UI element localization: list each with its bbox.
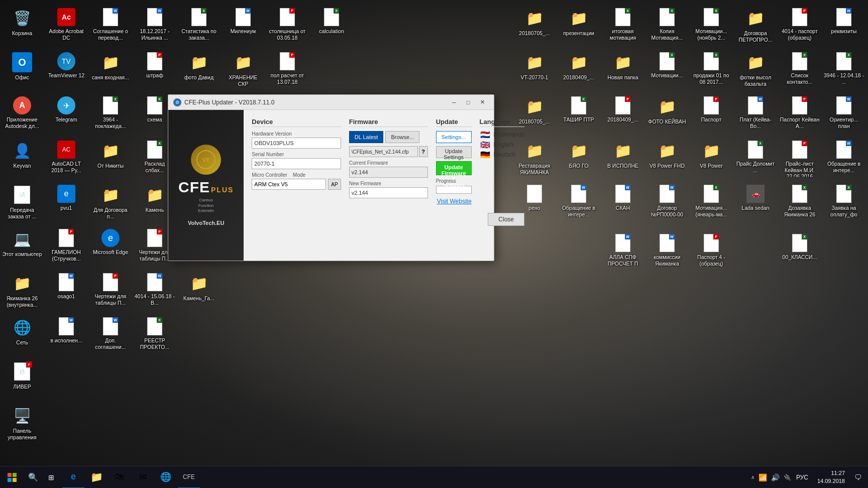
update-settings-button[interactable]: Update Settings — [436, 146, 472, 158]
icon-itogovaya[interactable]: X итоговая мотивация — [601, 5, 645, 49]
close-button[interactable]: Close — [488, 213, 524, 226]
icon-v8-power[interactable]: 📁 V8 Power — [689, 138, 733, 182]
icon-osago[interactable]: W osago1 — [44, 270, 88, 314]
icon-pvu1[interactable]: e pvu1 — [44, 182, 88, 226]
icon-calculation[interactable]: X calculation — [309, 5, 354, 49]
icon-statistika[interactable]: X Статистика по заказа... — [177, 5, 221, 49]
taskbar-language-indicator[interactable]: РУС — [794, 474, 810, 481]
icon-control-panel[interactable]: 🖥️ Панель управления — [0, 403, 44, 447]
icon-motivacii-noyabr[interactable]: X Мотивации... (ноябрь 2... — [689, 5, 733, 49]
icon-network[interactable]: 🌐 Сеть — [0, 314, 44, 358]
icon-v-ispolne[interactable]: 📁 В ИСПОЛНЕ — [601, 138, 645, 182]
icon-transfer[interactable]: 📄 Передача заказа от ... — [0, 182, 44, 226]
icon-pasport-keyvan[interactable]: P Паспорт Кейван А... — [778, 93, 822, 138]
icon-alla-spf[interactable]: W АЛЛА СПФ ПРОСЧЕТ П — [601, 231, 645, 275]
icon-chertezhi-p[interactable]: P Чертежи для таблицы П... — [88, 270, 133, 314]
taskbar-ie[interactable]: 🌐 — [155, 466, 177, 489]
browse-button[interactable]: Browse... — [385, 131, 419, 143]
start-button[interactable] — [0, 466, 24, 489]
icon-00-klassi[interactable]: X 00_КЛАССИ... — [778, 231, 822, 275]
icon-price-dolomit[interactable]: X Прайс Доломит ... — [733, 138, 778, 182]
notification-button[interactable]: 🗨 — [852, 466, 864, 489]
icon-keyvan[interactable]: 👤 Keyvan — [0, 138, 44, 182]
icon-novaya-papka[interactable]: 📁 Новая папка — [601, 49, 645, 93]
taskbar-file-explorer[interactable]: 📁 — [85, 466, 107, 489]
icon-foto-keyvan[interactable]: 📁 ФОТО КЕЙВАН — [645, 93, 689, 138]
new-firmware-input[interactable] — [349, 187, 428, 198]
task-view-button[interactable]: ⊞ — [42, 466, 60, 489]
icon-motivacii[interactable]: X Мотивации... — [645, 49, 689, 93]
icon-kamen-ga2[interactable]: 📁 Камень_Га... — [177, 270, 221, 314]
icon-lada-sedan[interactable]: 🚗 Lada sedan — [733, 182, 778, 226]
icon-shtraf[interactable]: P штраф — [133, 49, 177, 93]
icon-motivaciya-yanvar[interactable]: X Мотивация... (январь-ма... — [689, 182, 733, 226]
icon-dogovor-rp[interactable]: W Договор №РП0000-00 — [645, 182, 689, 226]
firmware-file-input[interactable] — [349, 146, 418, 157]
icon-4014[interactable]: W 4014 - 15.06.18 - В... — [133, 270, 177, 314]
icon-microsoft-edge[interactable]: e Microsoft Edge — [88, 226, 133, 270]
icon-teamviewer[interactable]: TV TeamViewer 12 — [44, 49, 88, 93]
taskbar-clock[interactable]: 11:27 14.09.2018 — [813, 469, 849, 485]
icon-rekvizity[interactable]: W реквизиты — [822, 5, 866, 49]
icon-byao-go[interactable]: 📁 БЯО ГО — [557, 138, 601, 182]
icon-my-computer[interactable]: 💻 Этот компьютер — [0, 226, 44, 270]
firmware-help-button[interactable]: ? — [419, 146, 428, 157]
icon-yakimanka[interactable]: 📁 Якиманка 26 (внутрянка... — [0, 270, 44, 314]
icon-telegram[interactable]: ✈ Telegram — [44, 93, 88, 138]
icon-kopiya-motivaciya[interactable]: X Копия Мотивация... — [645, 5, 689, 49]
tray-battery[interactable]: 🔌 — [784, 474, 791, 481]
icon-18122017[interactable]: W 18.12.2017 - Ильинка ... — [133, 5, 177, 49]
visit-website-link[interactable]: Visit Website — [436, 198, 472, 205]
update-firmware-button[interactable]: Update Firmware & Settings — [436, 161, 472, 175]
icon-tashir-ptr[interactable]: X ТАШИР ПТР — [557, 93, 601, 138]
icon-plata-keyva[interactable]: W Плат (Кейва-Во... — [733, 93, 778, 138]
maximize-button[interactable]: □ — [462, 97, 475, 107]
icon-3964[interactable]: X 3964 - поклажеда... — [88, 93, 133, 138]
tray-chevron[interactable]: ∧ — [751, 474, 754, 480]
dl-latest-button[interactable]: DL Latest — [349, 131, 384, 143]
lang-item-deutsch[interactable]: 🇩🇪 Deutsch — [480, 151, 524, 158]
icon-office[interactable]: О Офис — [0, 49, 44, 93]
icon-spisok-kontakto[interactable]: X Список контакто... — [778, 49, 822, 93]
taskbar-cfe[interactable]: CFE — [178, 466, 200, 489]
icon-pasport[interactable]: P Паспорт — [689, 93, 733, 138]
icon-recycle[interactable]: 🗑️ Корзина — [0, 5, 44, 49]
icon-dogovora-petropro[interactable]: 📁 Договора ПЕТРОПРО... — [733, 5, 778, 49]
micro-controller-input[interactable] — [252, 179, 326, 190]
icon-prodazhi[interactable]: X продажи 01 по 08 2017... — [689, 49, 733, 93]
icon-dop-soglashenie[interactable]: W Доп. соглашени... — [88, 314, 133, 358]
icon-20180705[interactable]: 📁 20180705_... — [512, 5, 557, 49]
search-button[interactable]: 🔍 — [24, 466, 42, 489]
hardware-version-input[interactable] — [252, 138, 341, 149]
icon-fotki-vysol[interactable]: 📁 фотки высол базальта — [733, 49, 778, 93]
serial-number-input[interactable] — [252, 158, 341, 169]
icon-pasport-obrazec[interactable]: P Паспорт 4 - (образец) — [689, 231, 733, 275]
lang-item-english[interactable]: 🇬🇧 English — [480, 141, 524, 148]
icon-adobe[interactable]: Ac Adobe Acrobat DC — [44, 5, 88, 49]
icon-4014-pasport[interactable]: P 4014 - паспорт (образец) — [778, 5, 822, 49]
icon-obrashenie2[interactable]: W Обращение в интере... — [822, 138, 866, 182]
icon-dlya-dogovora[interactable]: 📁 Для Договора п... — [88, 182, 133, 226]
icon-autodesk[interactable]: A Приложение Autodesk дл... — [0, 93, 44, 138]
icon-executed[interactable]: W в исполнен... — [44, 314, 88, 358]
icon-gamelion[interactable]: P ГАМЕЛИОН (Стручков... — [44, 226, 88, 270]
icon-pol-raschet[interactable]: P пол расчет от 13.07.18 — [265, 49, 309, 93]
tray-volume[interactable]: 🔊 — [771, 473, 780, 481]
icon-autocad[interactable]: AC AutoCAD LT 2018 — Ру... — [44, 138, 88, 182]
taskbar-store[interactable]: 🛍 — [108, 466, 131, 489]
settings-button[interactable]: Settings... — [436, 131, 472, 143]
icon-milenium[interactable]: W Милениум — [221, 5, 265, 49]
icon-skan[interactable]: W СКАН — [601, 182, 645, 226]
icon-orienrirovan[interactable]: W Ориентир... план — [822, 93, 866, 138]
icon-ot-nikity[interactable]: 📁 От Никиты — [88, 138, 133, 182]
icon-sanya[interactable]: 📁 саня входная... — [88, 49, 133, 93]
icon-foto-david[interactable]: 📁 фото Давид — [177, 49, 221, 93]
tray-network[interactable]: 📶 — [758, 473, 767, 481]
close-window-button[interactable]: ✕ — [476, 97, 489, 107]
icon-vt20770[interactable]: 📁 VT-20770-1 — [512, 49, 557, 93]
icon-soglashenie[interactable]: W Соглашение о перевод... — [88, 5, 133, 49]
taskbar-mail[interactable]: ✉ — [132, 466, 154, 489]
icon-3946[interactable]: X 3946 - 12.04.18 - ... — [822, 49, 866, 93]
icon-20180409-2[interactable]: P 20180409_... — [601, 93, 645, 138]
icon-obrashenie1[interactable]: W Обращение в интере... — [557, 182, 601, 226]
